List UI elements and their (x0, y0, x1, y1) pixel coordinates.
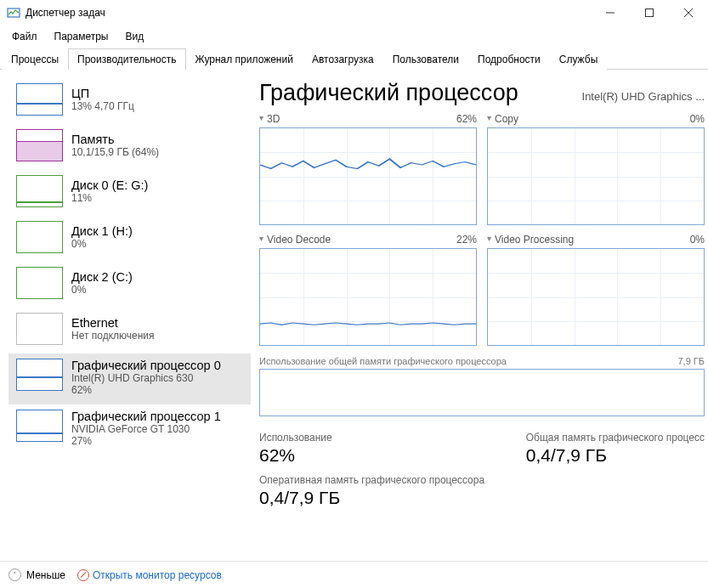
disk2-thumb (16, 267, 63, 299)
tab-startup[interactable]: Автозагрузка (303, 48, 383, 70)
tab-details[interactable]: Подробности (468, 48, 550, 70)
chart-grid: ▾ 3D 62% ▾ Copy 0% (259, 113, 705, 346)
sidebar-item-disk2[interactable]: Диск 2 (C:) 0% (8, 262, 251, 308)
chart-vdec-label[interactable]: Video Decode (267, 234, 331, 246)
tab-bar: Процессы Производительность Журнал прило… (0, 48, 708, 70)
stat-dedicated-label: Оперативная память графического процессо… (259, 474, 705, 486)
tab-services[interactable]: Службы (550, 48, 607, 70)
memory-thumb (16, 129, 63, 161)
stat-usage: Использование 62% (259, 432, 332, 466)
sidebar-disk1-title: Диск 1 (H:) (71, 224, 133, 238)
chart-vproc-label[interactable]: Video Processing (495, 234, 574, 246)
main-panel: Графический процессор Intel(R) UHD Graph… (251, 70, 708, 561)
cpu-thumb (16, 83, 63, 116)
disk1-thumb (16, 221, 63, 253)
main-header: Графический процессор Intel(R) UHD Graph… (259, 80, 705, 106)
less-button[interactable]: Меньше (26, 569, 65, 581)
main-subtitle: Intel(R) UHD Graphics ... (582, 90, 705, 103)
shared-memory-label: Использование общей памяти графического … (259, 356, 507, 366)
tab-users[interactable]: Пользователи (383, 48, 468, 70)
footer: ˄ Меньше Открыть монитор ресурсов (0, 561, 708, 588)
tab-performance[interactable]: Производительность (68, 48, 185, 70)
chart-3d-label[interactable]: 3D (267, 113, 280, 125)
sidebar-disk2-title: Диск 2 (C:) (71, 270, 133, 284)
resource-monitor-label: Открыть монитор ресурсов (93, 569, 222, 581)
close-button[interactable] (669, 0, 708, 25)
stat-shared-label: Общая память графического процесс (526, 432, 705, 444)
svg-rect-2 (646, 9, 654, 17)
sidebar-item-disk0[interactable]: Диск 0 (E: G:) 11% (8, 170, 251, 216)
collapse-icon[interactable]: ˄ (8, 568, 21, 581)
sidebar: ЦП 13% 4,70 ГГц Память 10,1/15,9 ГБ (64%… (0, 70, 251, 561)
sidebar-memory-sub: 10,1/15,9 ГБ (64%) (71, 146, 159, 158)
chevron-down-icon[interactable]: ▾ (259, 234, 263, 246)
sidebar-item-memory[interactable]: Память 10,1/15,9 ГБ (64%) (8, 124, 251, 170)
tab-app-history[interactable]: Журнал приложений (186, 48, 303, 70)
disk0-thumb (16, 175, 63, 207)
content: ЦП 13% 4,70 ГГц Память 10,1/15,9 ГБ (64%… (0, 70, 708, 561)
chart-copy-box (487, 127, 705, 225)
stat-shared-value: 0,4/7,9 ГБ (526, 445, 705, 466)
sidebar-gpu1-sub2: 27% (71, 435, 221, 447)
sidebar-cpu-title: ЦП (71, 87, 134, 100)
titlebar: Диспетчер задач (0, 0, 708, 25)
chevron-down-icon[interactable]: ▾ (259, 113, 263, 125)
sidebar-disk0-title: Диск 0 (E: G:) (71, 178, 148, 192)
chart-video-processing: ▾ Video Processing 0% (487, 234, 705, 346)
sidebar-item-ethernet[interactable]: Ethernet Нет подключения (8, 308, 251, 353)
shared-memory-max: 7,9 ГБ (677, 356, 705, 366)
sidebar-gpu0-sub1: Intel(R) UHD Graphics 630 (71, 372, 221, 384)
menu-file[interactable]: Файл (5, 27, 44, 46)
menubar: Файл Параметры Вид (0, 25, 708, 48)
sidebar-gpu0-sub2: 62% (71, 384, 221, 396)
sidebar-disk1-sub: 0% (71, 238, 133, 250)
gpu0-thumb (16, 359, 63, 391)
sidebar-ethernet-title: Ethernet (71, 316, 155, 330)
resource-monitor-icon (77, 569, 89, 581)
app-icon (7, 6, 20, 20)
chart-vdec-pct: 22% (456, 234, 477, 246)
chart-3d-box (259, 127, 477, 225)
window-controls (591, 0, 708, 25)
chart-copy-label[interactable]: Copy (495, 113, 518, 125)
menu-view[interactable]: Вид (118, 27, 150, 46)
maximize-button[interactable] (630, 0, 669, 25)
stats-row: Использование 62% Общая память графическ… (259, 432, 705, 466)
shared-memory-label-row: Использование общей памяти графического … (259, 356, 705, 369)
stat-usage-value: 62% (259, 445, 332, 466)
chart-vdec-box (259, 248, 477, 346)
sidebar-disk0-sub: 11% (71, 192, 148, 204)
sidebar-memory-title: Память (71, 133, 159, 146)
sidebar-gpu0-title: Графический процессор 0 (71, 359, 221, 372)
shared-memory-chart (259, 369, 705, 416)
sidebar-disk2-sub: 0% (71, 284, 133, 296)
sidebar-cpu-sub: 13% 4,70 ГГц (71, 100, 134, 112)
ethernet-thumb (16, 313, 63, 345)
sidebar-gpu1-title: Графический процессор 1 (71, 410, 221, 423)
sidebar-item-gpu0[interactable]: Графический процессор 0 Intel(R) UHD Gra… (8, 353, 251, 404)
menu-options[interactable]: Параметры (48, 27, 116, 46)
tab-processes[interactable]: Процессы (2, 48, 68, 70)
chart-copy: ▾ Copy 0% (487, 113, 705, 225)
chart-video-decode: ▾ Video Decode 22% (259, 234, 477, 346)
main-title: Графический процессор (259, 80, 518, 106)
chart-copy-pct: 0% (690, 113, 705, 125)
minimize-button[interactable] (591, 0, 630, 25)
chart-3d: ▾ 3D 62% (259, 113, 477, 225)
gpu1-thumb (16, 410, 63, 442)
stat-usage-label: Использование (259, 432, 332, 444)
chevron-down-icon[interactable]: ▾ (487, 234, 491, 246)
sidebar-item-gpu1[interactable]: Графический процессор 1 NVIDIA GeForce G… (8, 404, 251, 455)
chevron-down-icon[interactable]: ▾ (487, 113, 491, 125)
resource-monitor-link[interactable]: Открыть монитор ресурсов (77, 569, 222, 581)
chart-3d-pct: 62% (456, 113, 477, 125)
sidebar-item-disk1[interactable]: Диск 1 (H:) 0% (8, 216, 251, 262)
sidebar-ethernet-sub: Нет подключения (71, 330, 155, 342)
chart-vproc-box (487, 248, 705, 346)
stat-dedicated-value: 0,4/7,9 ГБ (259, 488, 705, 508)
sidebar-gpu1-sub1: NVIDIA GeForce GT 1030 (71, 423, 221, 435)
stat-dedicated: Оперативная память графического процессо… (259, 474, 705, 508)
sidebar-item-cpu[interactable]: ЦП 13% 4,70 ГГц (8, 78, 251, 124)
chart-vproc-pct: 0% (690, 234, 705, 246)
window-title: Диспетчер задач (25, 7, 591, 19)
